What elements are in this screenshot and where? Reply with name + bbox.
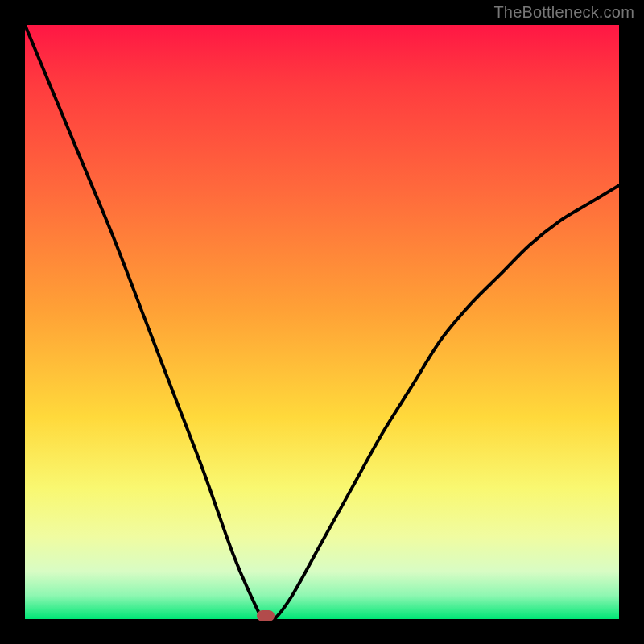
optimal-point-marker bbox=[257, 610, 275, 621]
bottleneck-curve bbox=[25, 25, 619, 619]
chart-frame: TheBottleneck.com bbox=[0, 0, 644, 644]
plot-area bbox=[25, 25, 619, 619]
curve-path bbox=[25, 25, 619, 619]
watermark-text: TheBottleneck.com bbox=[493, 3, 634, 22]
